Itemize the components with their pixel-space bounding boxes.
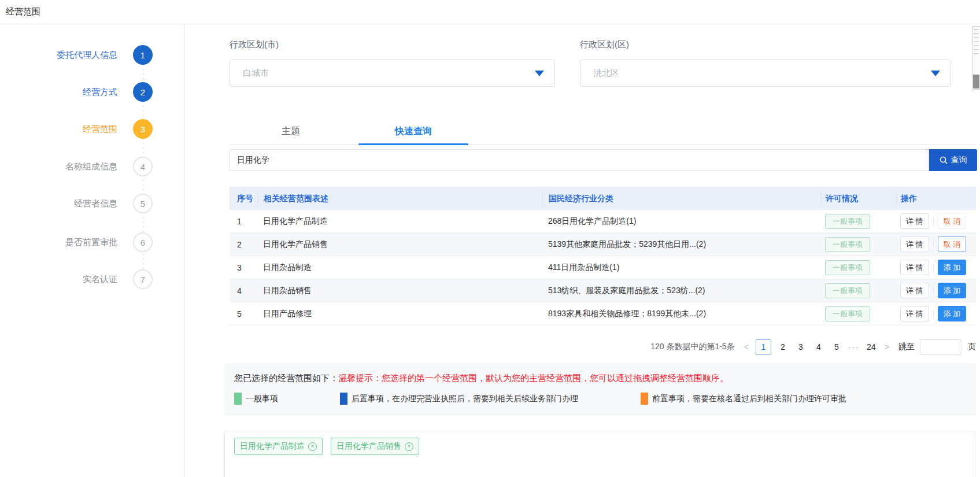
page-number-5[interactable]: 5 — [830, 342, 843, 352]
detail-button[interactable]: 详 情 — [900, 213, 929, 229]
detail-button[interactable]: 详 情 — [900, 283, 929, 298]
op-divider — [933, 264, 934, 272]
sidebar-step-operator-info[interactable]: 经营者信息 5 — [74, 194, 153, 213]
city-field-label: 行政区划(市) — [230, 39, 279, 50]
stepper-sidebar: 委托代理人信息 1 经营方式 2 经营范围 3 名称组成信息 4 经营者信息 5… — [0, 24, 185, 477]
chevron-down-icon — [535, 71, 544, 76]
page-number-3[interactable]: 3 — [794, 342, 807, 352]
legend-label: 一般事项 — [246, 394, 278, 404]
add-button[interactable]: 添 加 — [938, 306, 967, 321]
search-button-label: 查询 — [951, 155, 967, 165]
blue-swatch-icon — [340, 393, 347, 405]
sidebar-step-pre-approval[interactable]: 是否前置审批 6 — [65, 232, 153, 252]
op-divider — [933, 287, 934, 295]
search-icon — [940, 156, 948, 164]
cancel-button[interactable]: 取 消 — [938, 236, 967, 252]
cell-industry: 411日用杂品制造(1) — [542, 262, 821, 273]
selected-scope-panel: 您已选择的经营范围如下：温馨提示：您选择的第一个经营范围，默认为您的主营经营范围… — [224, 363, 976, 416]
table-row: 1 日用化学产品制造 268日用化学产品制造(1) 一般事项 详 情 取 消 — [230, 210, 976, 233]
step-label: 经营方式 — [83, 87, 117, 98]
minimap-scrollbar[interactable] — [972, 26, 980, 90]
scrollbar-thumb[interactable] — [973, 75, 979, 88]
page-jump-input[interactable] — [920, 339, 961, 355]
sidebar-step-agent-info[interactable]: 委托代理人信息 1 — [57, 45, 153, 65]
city-dropdown[interactable]: 白城市 — [230, 60, 555, 87]
search-input[interactable] — [230, 149, 929, 171]
sidebar-step-business-scope[interactable]: 经营范围 3 — [83, 119, 153, 139]
step-label: 经营者信息 — [74, 198, 117, 209]
selected-scope-title: 您已选择的经营范围如下： — [234, 373, 338, 383]
detail-button[interactable]: 详 情 — [900, 236, 929, 252]
op-divider — [933, 310, 934, 318]
page-unit-label: 页 — [968, 342, 976, 352]
district-field-label: 行政区划(区) — [580, 39, 629, 50]
more-pages-icon[interactable]: ··· — [848, 342, 860, 352]
main-content: 行政区划(市) 行政区划(区) 白城市 洮北区 主题 快速查询 查询 序号 相关… — [186, 24, 980, 477]
cell-industry: 5139其他家庭用品批发；5239其他日用...(2) — [542, 239, 821, 250]
selected-scope-tag[interactable]: 日用化学产品制造 × — [234, 438, 323, 455]
search-row: 查询 — [230, 149, 977, 171]
step-label: 是否前置审批 — [65, 237, 117, 248]
legend-label: 前置事项，需要在核名通过后到相关部门办理许可审批 — [652, 394, 846, 404]
tab-theme[interactable]: 主题 — [230, 119, 352, 144]
license-badge: 一般事项 — [825, 283, 870, 298]
search-button[interactable]: 查询 — [929, 149, 977, 171]
op-divider — [933, 241, 934, 249]
district-dropdown-value: 洮北区 — [593, 68, 931, 79]
col-header-no: 序号 — [230, 193, 257, 204]
pagination: 120 条数据中的第1-5条 < 1 2 3 4 5 ··· 24 > 跳至 页 — [230, 338, 976, 356]
selected-scope-tag[interactable]: 日用化学产品销售 × — [331, 438, 419, 455]
next-page-icon[interactable]: > — [883, 342, 891, 352]
table-row: 4 日用杂品销售 513纺织、服装及家庭用品批发；523纺...(2) 一般事项… — [230, 279, 976, 302]
step-number-badge: 5 — [133, 194, 153, 213]
license-legend: 一般事项 后置事项，在办理完营业执照后，需要到相关后续业务部门办理 前置事项，需… — [234, 393, 976, 405]
sidebar-step-real-name-auth[interactable]: 实名认证 7 — [83, 269, 153, 289]
legend-item-pre-approval: 前置事项，需要在核名通过后到相关部门办理许可审批 — [641, 393, 846, 405]
selected-tags-box: 日用化学产品制造 × 日用化学产品销售 × — [224, 431, 975, 477]
scope-tabs: 主题 快速查询 — [230, 119, 976, 145]
detail-button[interactable]: 详 情 — [900, 306, 929, 321]
prev-page-icon[interactable]: < — [742, 342, 750, 352]
license-badge: 一般事项 — [825, 237, 870, 252]
cell-desc: 日用产品修理 — [257, 309, 542, 319]
page-number-4[interactable]: 4 — [812, 342, 825, 352]
col-header-op: 操作 — [896, 193, 976, 204]
license-badge: 一般事项 — [825, 214, 870, 229]
tag-label: 日用化学产品制造 — [240, 441, 305, 452]
cancel-button[interactable]: 取 消 — [938, 213, 967, 229]
page-number-2[interactable]: 2 — [776, 342, 789, 352]
sidebar-step-business-mode[interactable]: 经营方式 2 — [83, 82, 153, 102]
remove-tag-icon[interactable]: × — [308, 442, 317, 451]
page-number-1[interactable]: 1 — [756, 339, 771, 355]
cell-industry: 8193家具和相关物品修理；8199其他未...(2) — [542, 309, 821, 319]
cell-desc: 日用杂品销售 — [257, 286, 542, 296]
step-number-badge: 6 — [133, 232, 153, 252]
green-swatch-icon — [234, 393, 242, 405]
tab-quick-query[interactable]: 快速查询 — [352, 119, 475, 144]
detail-button[interactable]: 详 情 — [900, 260, 929, 275]
page-title: 经营范围 — [6, 6, 40, 17]
col-header-license: 许可情况 — [821, 193, 896, 204]
table-row: 3 日用杂品制造 411日用杂品制造(1) 一般事项 详 情 添 加 — [230, 256, 976, 279]
legend-item-post-approval: 后置事项，在办理完营业执照后，需要到相关后续业务部门办理 — [340, 393, 641, 405]
scope-table: 序号 相关经营范围表述 国民经济行业分类 许可情况 操作 1 日用化学产品制造 … — [230, 187, 976, 326]
step-label: 委托代理人信息 — [57, 50, 117, 61]
page-number-24[interactable]: 24 — [865, 342, 878, 352]
step-number-badge: 2 — [133, 82, 153, 102]
step-label: 经营范围 — [83, 124, 117, 135]
license-badge: 一般事项 — [825, 260, 870, 275]
pagination-summary: 120 条数据中的第1-5条 — [650, 342, 734, 352]
cell-desc: 日用化学产品销售 — [257, 239, 542, 250]
cell-no: 1 — [230, 217, 257, 226]
sidebar-step-name-composition[interactable]: 名称组成信息 4 — [65, 157, 153, 176]
add-button[interactable]: 添 加 — [938, 283, 967, 298]
table-header-row: 序号 相关经营范围表述 国民经济行业分类 许可情况 操作 — [230, 187, 976, 210]
col-header-industry: 国民经济行业分类 — [542, 193, 821, 204]
step-label: 实名认证 — [83, 274, 117, 285]
step-label: 名称组成信息 — [65, 161, 117, 172]
chevron-down-icon — [931, 71, 940, 76]
remove-tag-icon[interactable]: × — [405, 442, 413, 451]
add-button[interactable]: 添 加 — [938, 260, 967, 275]
selected-scope-warning: 温馨提示：您选择的第一个经营范围，默认为您的主营经营范围，您可以通过拖拽调整经营… — [338, 373, 728, 383]
district-dropdown[interactable]: 洮北区 — [580, 60, 951, 87]
